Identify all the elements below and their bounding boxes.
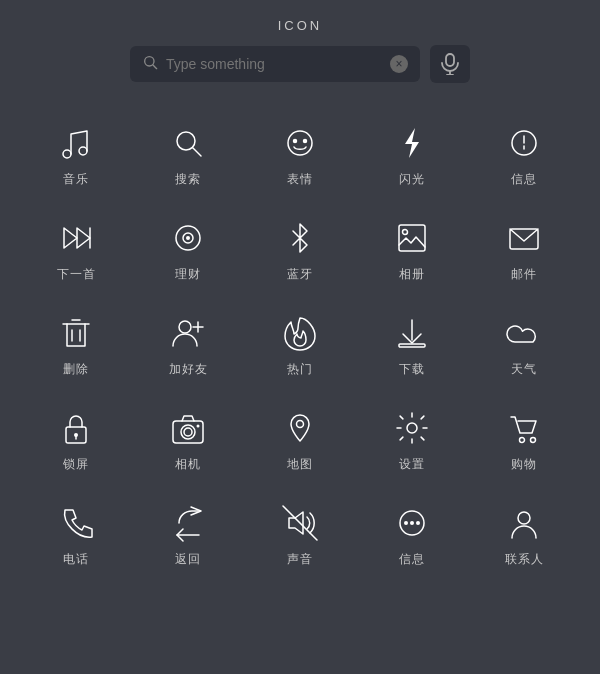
phone-label: 电话 [63, 551, 89, 568]
icon-item-map[interactable]: 地图 [244, 392, 356, 487]
icon-item-finance[interactable]: 理财 [132, 202, 244, 297]
icon-item-contact[interactable]: 联系人 [468, 487, 580, 582]
settings-icon [390, 406, 434, 450]
icon-item-shopping[interactable]: 购物 [468, 392, 580, 487]
phone-icon [54, 501, 98, 545]
icon-item-emoji[interactable]: 表情 [244, 107, 356, 202]
svg-marker-12 [405, 128, 419, 158]
weather-label: 天气 [511, 361, 537, 378]
chat-label: 信息 [399, 551, 425, 568]
icon-item-download[interactable]: 下载 [356, 297, 468, 392]
search-input[interactable] [166, 56, 382, 72]
search-icon [166, 121, 210, 165]
map-label: 地图 [287, 456, 313, 473]
sound-icon [278, 501, 322, 545]
contact-label: 联系人 [505, 551, 544, 568]
svg-rect-22 [399, 225, 425, 251]
search-icon [142, 54, 158, 74]
weather-icon [502, 311, 546, 355]
svg-point-7 [177, 132, 195, 150]
icon-item-next[interactable]: 下一首 [20, 202, 132, 297]
svg-rect-2 [446, 54, 454, 66]
next-icon [54, 216, 98, 260]
hot-label: 热门 [287, 361, 313, 378]
add-friend-icon [166, 311, 210, 355]
svg-point-11 [304, 140, 307, 143]
icon-item-return[interactable]: 返回 [132, 487, 244, 582]
icon-item-camera[interactable]: 相机 [132, 392, 244, 487]
svg-point-5 [63, 150, 71, 158]
svg-point-42 [407, 423, 417, 433]
icon-item-search[interactable]: 搜索 [132, 107, 244, 202]
icon-item-hot[interactable]: 热门 [244, 297, 356, 392]
svg-point-49 [404, 521, 408, 525]
search-bar: × [0, 45, 600, 83]
finance-label: 理财 [175, 266, 201, 283]
svg-marker-17 [77, 228, 90, 248]
bluetooth-label: 蓝牙 [287, 266, 313, 283]
settings-label: 设置 [399, 456, 425, 473]
chat-icon [390, 501, 434, 545]
map-icon [278, 406, 322, 450]
svg-line-47 [283, 506, 317, 540]
shopping-label: 购物 [511, 456, 537, 473]
music-label: 音乐 [63, 171, 89, 188]
message-label: 信息 [511, 171, 537, 188]
svg-line-1 [153, 65, 157, 69]
icon-item-chat[interactable]: 信息 [356, 487, 468, 582]
flash-icon [390, 121, 434, 165]
icon-item-album[interactable]: 相册 [356, 202, 468, 297]
icons-grid: 音乐搜索表情闪光信息下一首理财蓝牙相册邮件删除加好友热门下载天气锁屏相机地图设置… [0, 107, 600, 582]
icon-item-lock[interactable]: 锁屏 [20, 392, 132, 487]
svg-point-43 [520, 438, 525, 443]
page-title: ICON [0, 0, 600, 45]
svg-point-51 [416, 521, 420, 525]
return-label: 返回 [175, 551, 201, 568]
next-label: 下一首 [57, 266, 96, 283]
return-icon [166, 501, 210, 545]
message-icon [502, 121, 546, 165]
music-icon [54, 121, 98, 165]
icon-item-weather[interactable]: 天气 [468, 297, 580, 392]
icon-item-add-friend[interactable]: 加好友 [132, 297, 244, 392]
svg-point-41 [297, 421, 304, 428]
delete-label: 删除 [63, 361, 89, 378]
download-label: 下载 [399, 361, 425, 378]
svg-point-29 [179, 321, 191, 333]
icon-item-bluetooth[interactable]: 蓝牙 [244, 202, 356, 297]
svg-point-23 [403, 230, 408, 235]
icon-item-mail[interactable]: 邮件 [468, 202, 580, 297]
lock-icon [54, 406, 98, 450]
sound-label: 声音 [287, 551, 313, 568]
svg-marker-16 [64, 228, 77, 248]
album-icon [390, 216, 434, 260]
finance-icon [166, 216, 210, 260]
camera-label: 相机 [175, 456, 201, 473]
album-label: 相册 [399, 266, 425, 283]
icon-item-delete[interactable]: 删除 [20, 297, 132, 392]
svg-point-40 [197, 425, 200, 428]
icon-item-flash[interactable]: 闪光 [356, 107, 468, 202]
icon-item-message[interactable]: 信息 [468, 107, 580, 202]
emoji-label: 表情 [287, 171, 313, 188]
svg-point-52 [518, 512, 530, 524]
svg-point-9 [288, 131, 312, 155]
icon-item-settings[interactable]: 设置 [356, 392, 468, 487]
svg-rect-33 [399, 344, 425, 347]
svg-point-44 [531, 438, 536, 443]
svg-point-6 [79, 147, 87, 155]
svg-line-8 [193, 148, 201, 156]
contact-icon [502, 501, 546, 545]
svg-point-21 [186, 236, 190, 240]
icon-item-sound[interactable]: 声音 [244, 487, 356, 582]
camera-icon [166, 406, 210, 450]
icon-item-music[interactable]: 音乐 [20, 107, 132, 202]
lock-label: 锁屏 [63, 456, 89, 473]
flash-label: 闪光 [399, 171, 425, 188]
svg-point-38 [181, 425, 195, 439]
delete-icon [54, 311, 98, 355]
mic-button[interactable] [430, 45, 470, 83]
svg-point-10 [294, 140, 297, 143]
icon-item-phone[interactable]: 电话 [20, 487, 132, 582]
clear-button[interactable]: × [390, 55, 408, 73]
